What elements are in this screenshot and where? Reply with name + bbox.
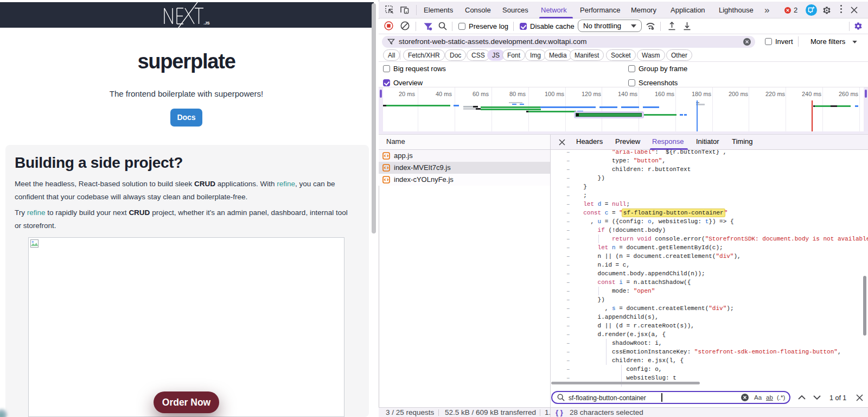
- svg-text:.JS: .JS: [203, 21, 209, 26]
